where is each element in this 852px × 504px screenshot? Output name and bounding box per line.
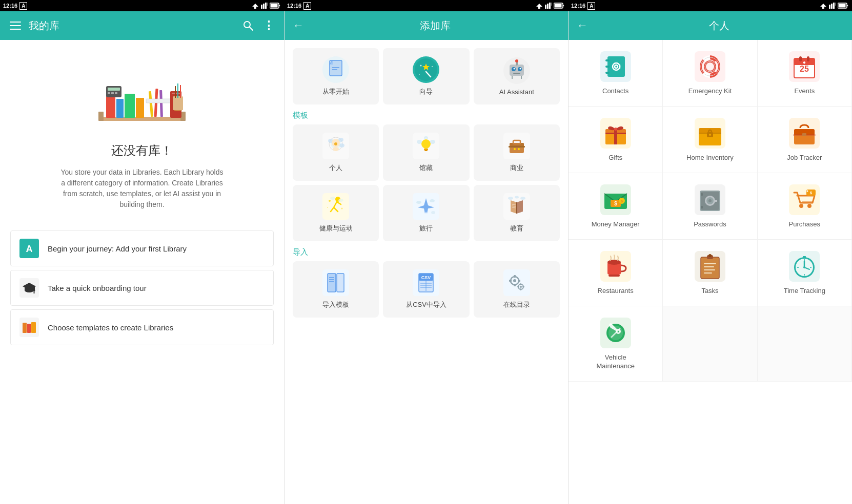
ai-assistant-card[interactable]: AI Assistant bbox=[474, 48, 560, 104]
svg-rect-11 bbox=[555, 4, 562, 8]
svg-point-119 bbox=[430, 199, 435, 202]
svg-rect-195 bbox=[802, 133, 806, 136]
time-tracking-template[interactable]: Time Tracking bbox=[758, 240, 852, 306]
onboarding-tour-action[interactable]: Take a quick onboarding tour bbox=[10, 270, 274, 306]
svg-rect-2 bbox=[265, 3, 267, 9]
business-icon bbox=[503, 133, 530, 159]
panel3-title: 个人 bbox=[594, 19, 844, 33]
home-inventory-template[interactable]: Home Inventory bbox=[663, 107, 757, 173]
money-manager-template[interactable]: $ $ Money Manager bbox=[569, 173, 663, 240]
svg-rect-56 bbox=[31, 322, 36, 333]
online-catalog-card[interactable]: 在线目录 bbox=[474, 261, 560, 318]
health-icon bbox=[322, 193, 349, 220]
add-library-panel: ← 添加库 bbox=[284, 11, 568, 504]
svg-rect-75 bbox=[513, 73, 520, 74]
svg-rect-33 bbox=[146, 99, 172, 103]
svg-rect-13 bbox=[831, 4, 833, 9]
business-label: 商业 bbox=[510, 163, 523, 173]
svg-text:$: $ bbox=[614, 201, 617, 206]
graduation-icon bbox=[19, 278, 39, 298]
collection-template-card[interactable]: 馆藏 bbox=[383, 124, 469, 181]
svg-rect-212 bbox=[802, 201, 813, 202]
time-3: 12:16 bbox=[571, 3, 585, 9]
panel2-title: 添加库 bbox=[310, 19, 560, 33]
svg-point-104 bbox=[514, 148, 516, 150]
empty-illustration bbox=[86, 66, 198, 132]
svg-rect-70 bbox=[510, 65, 524, 76]
svg-rect-106 bbox=[322, 193, 349, 220]
svg-rect-19 bbox=[10, 25, 21, 26]
panel2-body: 从零开始 bbox=[285, 40, 568, 504]
wizard-card[interactable]: 向导 bbox=[383, 48, 469, 104]
svg-rect-223 bbox=[701, 257, 719, 279]
time-tracking-icon bbox=[788, 250, 821, 283]
job-tracker-template[interactable]: Job Tracker bbox=[758, 107, 852, 173]
gifts-template[interactable]: Gifts bbox=[569, 107, 663, 173]
contacts-template[interactable]: Contacts bbox=[569, 40, 663, 107]
scratch-icon bbox=[322, 56, 349, 83]
svg-point-213 bbox=[799, 204, 803, 208]
svg-rect-36 bbox=[108, 92, 110, 94]
back-button-panel3[interactable]: ← bbox=[577, 19, 588, 32]
ai-icon bbox=[503, 57, 530, 84]
svg-rect-42 bbox=[173, 96, 183, 110]
svg-point-184 bbox=[614, 128, 617, 131]
education-icon bbox=[503, 193, 530, 220]
travel-template-card[interactable]: 旅行 bbox=[383, 185, 469, 241]
back-button-panel2[interactable]: ← bbox=[293, 19, 304, 32]
import-template-icon bbox=[322, 269, 349, 296]
svg-point-118 bbox=[416, 201, 421, 204]
svg-rect-1 bbox=[263, 4, 265, 9]
menu-icon[interactable] bbox=[8, 18, 23, 33]
svg-text:A: A bbox=[26, 244, 33, 254]
svg-rect-14 bbox=[833, 3, 835, 9]
svg-rect-17 bbox=[839, 4, 846, 8]
svg-point-51 bbox=[33, 289, 35, 291]
svg-point-113 bbox=[341, 208, 343, 209]
svg-rect-12 bbox=[829, 5, 830, 9]
education-template-card[interactable]: 教育 bbox=[474, 185, 560, 241]
education-label: 教育 bbox=[510, 224, 523, 233]
import-template-card[interactable]: 导入模板 bbox=[293, 261, 379, 318]
svg-point-120 bbox=[431, 211, 435, 214]
svg-rect-28 bbox=[125, 94, 135, 118]
money-manager-icon: $ $ bbox=[599, 183, 632, 216]
svg-rect-32 bbox=[159, 90, 163, 117]
search-icon[interactable] bbox=[241, 18, 255, 33]
more-icon[interactable]: ⋮ bbox=[261, 18, 276, 33]
templates-label: Choose templates to create Libraries bbox=[48, 323, 173, 332]
emergency-label: Emergency Kit bbox=[688, 87, 732, 96]
collection-icon bbox=[413, 133, 439, 159]
health-template-card[interactable]: 健康与运动 bbox=[293, 185, 379, 241]
events-icon: ● 25 bbox=[788, 50, 821, 83]
svg-point-68 bbox=[419, 74, 420, 75]
vehicle-maintenance-template[interactable]: Vehicle Maintenance bbox=[569, 306, 663, 382]
passwords-template[interactable]: Passwords bbox=[663, 173, 757, 240]
svg-rect-211 bbox=[789, 184, 820, 215]
from-scratch-card[interactable]: 从零开始 bbox=[293, 48, 379, 104]
add-library-action[interactable]: A Begin your journey: Add your first Lib… bbox=[10, 230, 274, 266]
svg-rect-209 bbox=[701, 193, 703, 196]
job-tracker-label: Job Tracker bbox=[787, 154, 822, 162]
gifts-label: Gifts bbox=[608, 154, 622, 162]
personal-template-card[interactable]: 个人 bbox=[293, 124, 379, 181]
import-template-label: 导入模板 bbox=[322, 300, 349, 309]
tasks-template[interactable]: Tasks bbox=[663, 240, 757, 306]
svg-point-115 bbox=[330, 197, 335, 200]
csv-import-card[interactable]: CSV 从CSV中导入 bbox=[383, 261, 469, 318]
templates-action[interactable]: Choose templates to create Libraries bbox=[10, 309, 274, 345]
emergency-template[interactable]: Emergency Kit bbox=[663, 40, 757, 107]
svg-rect-178 bbox=[807, 56, 809, 61]
purchases-template[interactable]: $ Purchases bbox=[758, 173, 852, 240]
svg-rect-160 bbox=[607, 56, 625, 77]
personal-templates-panel: ← 个人 bbox=[568, 11, 852, 504]
svg-rect-166 bbox=[695, 51, 725, 82]
restaurants-template[interactable]: Restaurants bbox=[569, 240, 663, 306]
svg-rect-20 bbox=[10, 29, 21, 30]
svg-point-127 bbox=[520, 197, 525, 200]
svg-rect-228 bbox=[704, 272, 712, 274]
svg-rect-35 bbox=[108, 88, 120, 91]
svg-point-112 bbox=[329, 200, 331, 202]
events-template[interactable]: ● 25 Events bbox=[758, 40, 852, 107]
business-template-card[interactable]: 商业 bbox=[474, 124, 560, 181]
